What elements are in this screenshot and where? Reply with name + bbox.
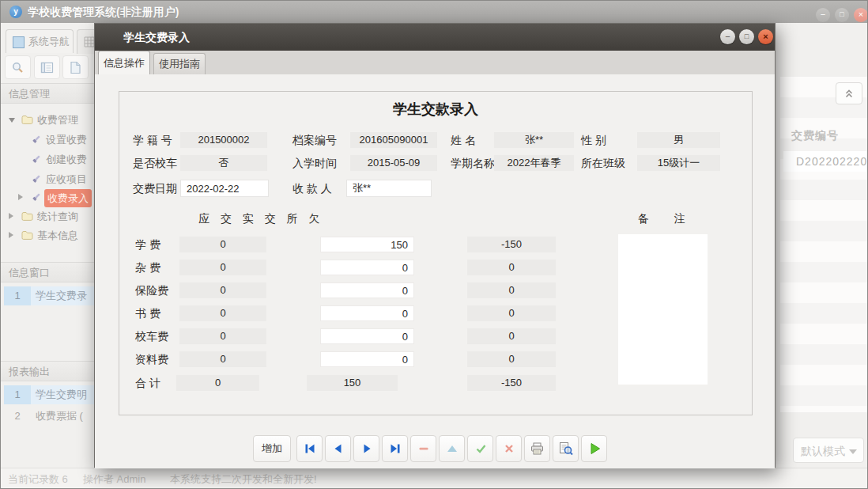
tree-item-basic-info[interactable]: 基本信息	[1, 227, 105, 244]
tree-item-fee-entry[interactable]: 收费录入	[1, 189, 105, 206]
preview-button[interactable]	[553, 435, 579, 462]
list-icon	[40, 62, 54, 74]
field-name: 张**	[494, 132, 574, 148]
confirm-button[interactable]	[467, 435, 493, 462]
grid-icon	[84, 36, 95, 47]
x-icon	[503, 442, 515, 455]
tree-item-label-selected: 收费录入	[44, 189, 92, 207]
payment-date-input[interactable]	[180, 180, 269, 197]
dialog-titlebar: 学生交费录入 − □ ×	[95, 24, 775, 51]
field-class: 15级计一	[637, 155, 720, 171]
payment-form-panel: 学生交款录入 学 籍 号 201500002 档案编号 201605090001…	[119, 91, 753, 415]
chevron-down-icon[interactable]	[9, 118, 15, 123]
fee-paid-misc-input[interactable]	[320, 260, 414, 275]
nav-square-icon	[13, 36, 25, 48]
section-header-info-management: 信息管理	[1, 83, 105, 104]
fee-paid-tuition-input[interactable]	[320, 237, 414, 252]
tree-item-create-fee[interactable]: 创建收费	[1, 151, 105, 168]
first-record-icon	[304, 442, 316, 455]
tree-item-fee-management[interactable]: 收费管理	[1, 112, 105, 128]
cancel-button[interactable]	[496, 435, 522, 462]
fee-paid-insurance-input[interactable]	[320, 282, 414, 298]
item-index: 2	[4, 407, 31, 426]
tree-item-label: 统计查询	[37, 208, 78, 225]
last-record-button[interactable]	[382, 435, 408, 462]
fee-due-total: 0	[176, 375, 259, 391]
section-header-info-window: 信息窗口	[1, 262, 105, 282]
search-icon	[11, 61, 25, 74]
tree-item-statistics[interactable]: 统计查询	[1, 208, 105, 225]
fee-label-insurance: 保险费	[135, 282, 168, 298]
report-item[interactable]: 2 收费票据 (	[4, 407, 105, 426]
remark-header: 备 注	[638, 212, 692, 226]
label-file-no: 档案编号	[292, 132, 337, 148]
document-icon	[70, 61, 81, 74]
tree-item-label: 应收项目	[46, 171, 87, 188]
first-record-button[interactable]	[296, 435, 323, 462]
remark-input[interactable]	[618, 234, 708, 385]
edit-record-button[interactable]	[439, 435, 465, 462]
tab-user-guide[interactable]: 使用指南	[153, 53, 206, 74]
dialog-content: 学生交款录入 学 籍 号 201500002 档案编号 201605090001…	[95, 74, 775, 468]
list-view-button[interactable]	[34, 55, 60, 79]
printer-icon	[530, 442, 545, 456]
fee-paid-bus-input[interactable]	[320, 328, 414, 344]
info-window-item[interactable]: 1 学生交费录	[4, 286, 105, 305]
fee-owed-insurance: 0	[467, 282, 556, 298]
dialog-close-button[interactable]: ×	[758, 29, 773, 44]
run-button[interactable]	[581, 435, 607, 462]
tool-icon	[31, 174, 41, 184]
fee-due-materials: 0	[179, 351, 266, 367]
triangle-up-icon	[446, 442, 459, 455]
fee-label-misc: 杂 费	[135, 260, 160, 275]
tab-system-nav[interactable]: 系统导航	[6, 29, 74, 53]
tab-info-operations[interactable]: 信息操作	[98, 51, 150, 74]
field-file-no: 201605090001	[350, 132, 437, 148]
label-school-bus: 是否校车	[133, 155, 177, 171]
payee-input[interactable]	[346, 180, 432, 197]
status-message: 本系统支持二次开发和全新开发!	[170, 468, 317, 489]
mode-dropdown[interactable]: 默认模式	[793, 438, 864, 463]
fee-paid-materials-input[interactable]	[320, 351, 414, 367]
collapse-panel-button[interactable]	[836, 82, 862, 104]
fee-owed-materials: 0	[467, 351, 556, 367]
report-item[interactable]: 1 学生交费明	[4, 385, 105, 404]
form-title: 学生交款录入	[119, 100, 752, 119]
status-operator: 操作者 Admin	[83, 468, 145, 489]
add-button[interactable]: 增加	[253, 435, 291, 462]
tool-icon	[31, 135, 41, 145]
chevron-right-icon[interactable]	[18, 194, 23, 200]
tree-item-set-fee[interactable]: 设置收费	[1, 131, 105, 148]
window-maximize-button[interactable]: □	[835, 8, 849, 22]
window-minimize-button[interactable]: −	[816, 8, 830, 22]
dialog-minimize-button[interactable]: −	[720, 29, 735, 44]
delete-record-button[interactable]	[410, 435, 436, 462]
item-index: 1	[4, 385, 31, 404]
fee-columns-header: 应 交 实 交 所 欠	[198, 212, 323, 226]
fee-paid-books-input[interactable]	[320, 305, 414, 321]
fee-owed-total: -150	[467, 375, 556, 391]
chevron-right-icon[interactable]	[9, 213, 13, 219]
chevron-right-icon[interactable]	[9, 232, 13, 238]
payment-no-cell[interactable]: D2022022200	[783, 151, 868, 172]
tree-item-label: 收费管理	[37, 112, 78, 128]
dialog-maximize-button[interactable]: □	[739, 29, 754, 44]
label-payment-date: 交费日期	[133, 180, 177, 196]
tree-item-label: 创建收费	[46, 151, 87, 168]
chevron-down-icon	[849, 449, 857, 454]
field-enroll-date: 2015-05-09	[350, 155, 437, 171]
tree-item-receivable-items[interactable]: 应收项目	[1, 171, 105, 188]
tab-system-nav-label: 系统导航	[28, 36, 70, 47]
search-button[interactable]	[5, 55, 31, 79]
status-bar: 当前记录数 6 操作者 Admin 本系统支持二次开发和全新开发!	[1, 468, 868, 489]
item-index: 1	[4, 286, 31, 305]
dialog-tab-bar: 信息操作 使用指南	[95, 51, 775, 74]
document-button[interactable]	[62, 55, 89, 79]
previous-record-button[interactable]	[325, 435, 351, 462]
fee-label-books: 书 费	[135, 305, 160, 321]
window-close-button[interactable]: ×	[854, 8, 868, 22]
print-button[interactable]	[524, 435, 550, 462]
next-record-button[interactable]	[353, 435, 379, 462]
chevrons-up-icon	[843, 88, 855, 99]
fee-label-bus: 校车费	[135, 328, 168, 344]
